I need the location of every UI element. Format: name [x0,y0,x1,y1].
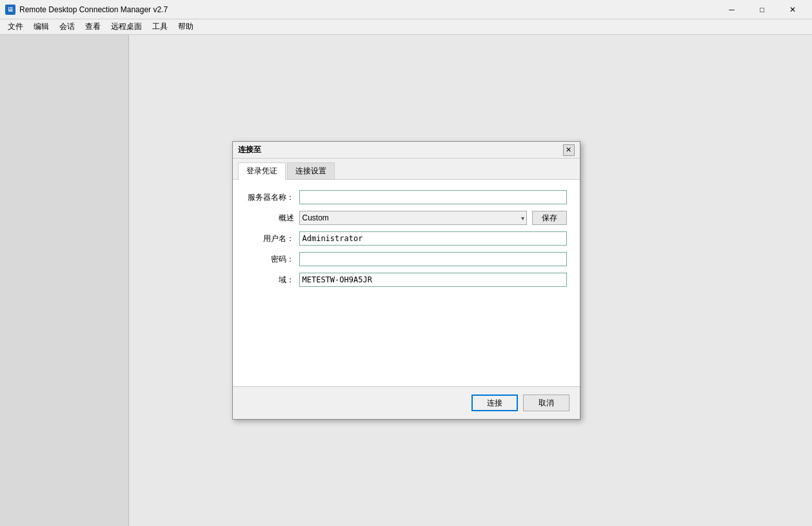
close-button[interactable]: ✕ [778,0,807,19]
tab-login-credentials[interactable]: 登录凭证 [238,162,286,180]
dialog-titlebar: 连接至 ✕ [233,142,580,159]
app-icon: 🖥 [5,5,15,15]
username-input[interactable] [299,231,567,246]
menubar: 文件 编辑 会话 查看 远程桌面 工具 帮助 [0,19,812,35]
minimize-button[interactable]: ─ [717,0,746,19]
description-select[interactable]: Custom [299,211,527,225]
description-select-wrapper: Custom ▾ [299,211,527,225]
menu-view[interactable]: 查看 [80,20,106,34]
password-label: 密码： [246,254,294,265]
username-label: 用户名： [246,233,294,244]
save-button[interactable]: 保存 [532,211,567,225]
domain-input[interactable] [299,273,567,287]
dialog-footer: 连接 取消 [233,386,580,419]
dialog-title: 连接至 [238,144,261,155]
dialog-close-button[interactable]: ✕ [563,144,575,156]
password-input[interactable] [299,252,567,266]
domain-label: 域： [246,275,294,286]
server-name-input[interactable] [299,190,567,204]
menu-session[interactable]: 会话 [54,20,80,34]
domain-row: 域： [246,273,567,287]
server-name-row: 服务器名称： [246,190,567,204]
titlebar: 🖥 Remote Desktop Connection Manager v2.7… [0,0,812,19]
dialog-form-content: 服务器名称： 概述 Custom ▾ 保存 用户名： [233,180,580,386]
main-area: 连接至 ✕ 登录凭证 连接设置 服务器名称： 概述 [0,35,812,526]
menu-file[interactable]: 文件 [3,20,28,34]
description-row: 概述 Custom ▾ 保存 [246,211,567,225]
menu-tools[interactable]: 工具 [147,20,173,34]
menu-edit[interactable]: 编辑 [28,20,54,34]
description-label: 概述 [246,213,294,224]
connect-button[interactable]: 连接 [471,394,518,411]
password-row: 密码： [246,252,567,266]
server-name-label: 服务器名称： [246,192,294,203]
menu-help[interactable]: 帮助 [173,20,199,34]
app-title: Remote Desktop Connection Manager v2.7 [19,5,717,14]
dialog-overlay: 连接至 ✕ 登录凭证 连接设置 服务器名称： 概述 [0,35,812,526]
tab-bar: 登录凭证 连接设置 [233,159,580,180]
connect-dialog: 连接至 ✕ 登录凭证 连接设置 服务器名称： 概述 [232,141,580,420]
tab-connection-settings[interactable]: 连接设置 [287,162,335,179]
cancel-button[interactable]: 取消 [523,394,569,411]
titlebar-buttons: ─ □ ✕ [717,0,807,19]
maximize-button[interactable]: □ [748,0,777,19]
username-row: 用户名： [246,231,567,246]
menu-remote-desktop[interactable]: 远程桌面 [106,20,147,34]
